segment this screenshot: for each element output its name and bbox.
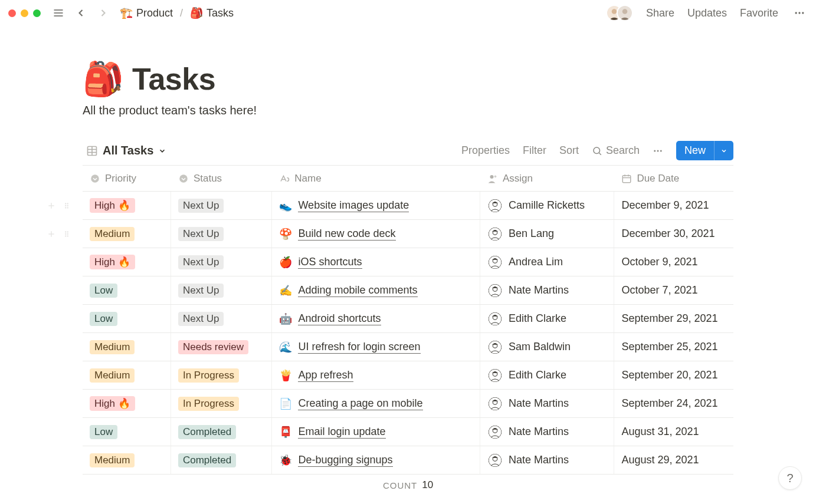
breadcrumb-tasks[interactable]: 🎒 Tasks: [188, 5, 236, 21]
cell-status[interactable]: In Progress: [171, 361, 273, 389]
table-row[interactable]: Low Next Up ✍️ Adding mobile comments Na…: [83, 276, 733, 305]
new-button-main[interactable]: New: [676, 141, 714, 160]
cell-name[interactable]: 📄 Creating a page on mobile: [272, 390, 480, 417]
cell-due[interactable]: September 24, 2021: [614, 390, 733, 417]
cell-due[interactable]: December 30, 2021: [614, 220, 733, 248]
maximize-window-icon[interactable]: [33, 9, 41, 17]
cell-name[interactable]: 📮 Email login update: [272, 418, 480, 446]
sort-button[interactable]: Sort: [559, 144, 579, 157]
task-name[interactable]: iOS shortcuts: [298, 256, 362, 269]
table-row[interactable]: Medium Needs review 🌊 UI refresh for log…: [83, 333, 733, 361]
search-button[interactable]: Search: [592, 144, 640, 157]
minimize-window-icon[interactable]: [21, 9, 28, 17]
cell-status[interactable]: Next Up: [171, 220, 273, 248]
cell-due[interactable]: August 31, 2021: [614, 418, 733, 446]
cell-due[interactable]: September 20, 2021: [614, 361, 733, 389]
cell-priority[interactable]: High 🔥: [83, 248, 171, 276]
cell-name[interactable]: 🍟 App refresh: [272, 361, 480, 389]
cell-assign[interactable]: Edith Clarke: [480, 361, 615, 389]
add-row-icon[interactable]: [45, 199, 58, 212]
table-row[interactable]: Medium In Progress 🍟 App refresh Edith C…: [83, 361, 733, 390]
add-row-icon[interactable]: [45, 228, 58, 241]
table-row[interactable]: Medium Completed 🐞 De-bugging signups Na…: [83, 446, 733, 475]
cell-status[interactable]: Needs review: [171, 333, 273, 361]
share-button[interactable]: Share: [646, 7, 674, 19]
cell-priority[interactable]: Medium: [83, 446, 171, 474]
task-name[interactable]: Build new code deck: [298, 228, 395, 241]
task-name[interactable]: Email login update: [298, 426, 385, 439]
cell-name[interactable]: 🍎 iOS shortcuts: [272, 248, 480, 276]
cell-status[interactable]: Completed: [171, 418, 273, 446]
task-name[interactable]: Website images update: [298, 199, 409, 212]
menu-icon[interactable]: [50, 5, 67, 21]
cell-assign[interactable]: Nate Martins: [480, 418, 615, 446]
page-description[interactable]: All the product team's tasks here!: [83, 104, 733, 117]
cell-name[interactable]: 🍄 Build new code deck: [272, 220, 480, 248]
cell-status[interactable]: Next Up: [171, 248, 273, 276]
cell-name[interactable]: 🐞 De-bugging signups: [272, 446, 480, 474]
cell-assign[interactable]: Andrea Lim: [480, 248, 615, 276]
task-name[interactable]: App refresh: [298, 369, 353, 382]
cell-due[interactable]: December 9, 2021: [614, 192, 733, 219]
cell-status[interactable]: Completed: [171, 446, 273, 474]
cell-assign[interactable]: Edith Clarke: [480, 305, 615, 332]
task-name[interactable]: De-bugging signups: [298, 454, 392, 467]
cell-priority[interactable]: Medium: [83, 333, 171, 361]
cell-due[interactable]: August 29, 2021: [614, 446, 733, 474]
table-row[interactable]: High 🔥 Next Up 👟 Website images update C…: [83, 192, 733, 220]
cell-status[interactable]: In Progress: [171, 390, 273, 417]
cell-due[interactable]: September 29, 2021: [614, 305, 733, 332]
view-selector[interactable]: All Tasks: [83, 141, 170, 160]
cell-assign[interactable]: Camille Ricketts: [480, 192, 615, 219]
new-button-dropdown[interactable]: [714, 141, 733, 160]
breadcrumb-product[interactable]: 🏗️ Product: [117, 5, 175, 21]
cell-due[interactable]: October 9, 2021: [614, 248, 733, 276]
cell-priority[interactable]: Low: [83, 418, 171, 446]
cell-priority[interactable]: High 🔥: [83, 192, 171, 219]
page-title[interactable]: Tasks: [132, 61, 215, 97]
column-header-priority[interactable]: Priority: [83, 173, 171, 185]
cell-priority[interactable]: Low: [83, 305, 171, 332]
task-name[interactable]: Adding mobile comments: [298, 284, 417, 297]
cell-name[interactable]: 🌊 UI refresh for login screen: [272, 333, 480, 361]
column-header-name[interactable]: Name: [272, 173, 480, 185]
cell-priority[interactable]: High 🔥: [83, 390, 171, 417]
cell-priority[interactable]: Medium: [83, 220, 171, 248]
updates-button[interactable]: Updates: [687, 7, 727, 19]
column-header-status[interactable]: Status: [171, 173, 272, 185]
table-row[interactable]: Medium Next Up 🍄 Build new code deck Ben…: [83, 220, 733, 248]
cell-name[interactable]: 🤖 Android shortcuts: [272, 305, 480, 332]
cell-status[interactable]: Next Up: [171, 305, 273, 332]
filter-button[interactable]: Filter: [523, 144, 546, 157]
drag-handle-icon[interactable]: [60, 199, 73, 212]
cell-assign[interactable]: Ben Lang: [480, 220, 615, 248]
cell-assign[interactable]: Nate Martins: [480, 446, 615, 474]
cell-assign[interactable]: Nate Martins: [480, 390, 615, 417]
drag-handle-icon[interactable]: [60, 228, 73, 241]
task-name[interactable]: Creating a page on mobile: [298, 397, 422, 410]
cell-due[interactable]: September 25, 2021: [614, 333, 733, 361]
more-view-options-icon[interactable]: [653, 146, 663, 156]
table-row[interactable]: Low Completed 📮 Email login update Nate …: [83, 418, 733, 446]
cell-priority[interactable]: Medium: [83, 361, 171, 389]
task-name[interactable]: UI refresh for login screen: [298, 341, 420, 354]
cell-assign[interactable]: Nate Martins: [480, 276, 615, 304]
table-row[interactable]: High 🔥 Next Up 🍎 iOS shortcuts Andrea Li…: [83, 248, 733, 276]
cell-status[interactable]: Next Up: [171, 192, 273, 219]
table-row[interactable]: Low Next Up 🤖 Android shortcuts Edith Cl…: [83, 305, 733, 333]
cell-name[interactable]: ✍️ Adding mobile comments: [272, 276, 480, 304]
cell-name[interactable]: 👟 Website images update: [272, 192, 480, 219]
cell-due[interactable]: October 7, 2021: [614, 276, 733, 304]
forward-button[interactable]: [95, 5, 112, 21]
cell-assign[interactable]: Sam Baldwin: [480, 333, 615, 361]
column-header-due[interactable]: Due Date: [614, 173, 733, 185]
cell-priority[interactable]: Low: [83, 276, 171, 304]
cell-status[interactable]: Next Up: [171, 276, 273, 304]
page-icon[interactable]: 🎒: [83, 62, 124, 95]
help-button[interactable]: ?: [778, 466, 802, 490]
table-row[interactable]: High 🔥 In Progress 📄 Creating a page on …: [83, 390, 733, 418]
back-button[interactable]: [73, 5, 89, 21]
favorite-button[interactable]: Favorite: [740, 7, 778, 19]
presence-avatars[interactable]: [606, 5, 633, 21]
close-window-icon[interactable]: [8, 9, 16, 17]
